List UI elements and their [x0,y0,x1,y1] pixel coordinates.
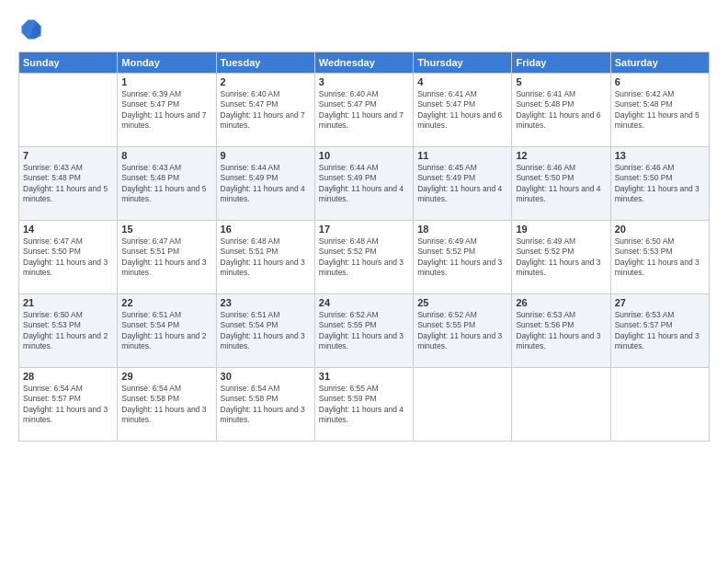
day-info: Sunrise: 6:45 AMSunset: 5:49 PMDaylight:… [417,163,507,205]
day-number: 6 [615,76,705,87]
calendar-cell: 1Sunrise: 6:39 AMSunset: 5:47 PMDaylight… [118,74,216,147]
calendar-cell: 11Sunrise: 6:45 AMSunset: 5:49 PMDayligh… [414,147,512,221]
calendar-header-friday: Friday [512,52,610,74]
day-number: 8 [121,150,211,161]
calendar-week-row: 7Sunrise: 6:43 AMSunset: 5:48 PMDaylight… [19,147,710,221]
day-number: 22 [121,297,211,308]
calendar-cell [610,368,709,442]
day-number: 17 [319,224,409,235]
day-number: 18 [417,224,507,235]
calendar-cell [512,368,610,442]
calendar-cell: 6Sunrise: 6:42 AMSunset: 5:48 PMDaylight… [610,74,709,147]
calendar-cell: 12Sunrise: 6:46 AMSunset: 5:50 PMDayligh… [512,147,610,221]
calendar-cell [414,368,512,442]
day-number: 29 [121,371,211,382]
day-number: 4 [417,76,507,87]
calendar-cell: 8Sunrise: 6:43 AMSunset: 5:48 PMDaylight… [118,147,216,221]
page: SundayMondayTuesdayWednesdayThursdayFrid… [0,0,728,563]
calendar-week-row: 28Sunrise: 6:54 AMSunset: 5:57 PMDayligh… [19,368,710,442]
calendar-cell: 22Sunrise: 6:51 AMSunset: 5:54 PMDayligh… [118,294,216,368]
day-number: 24 [319,297,409,308]
day-number: 19 [516,224,606,235]
day-info: Sunrise: 6:43 AMSunset: 5:48 PMDaylight:… [121,163,211,205]
calendar-cell: 7Sunrise: 6:43 AMSunset: 5:48 PMDaylight… [19,147,118,221]
calendar-header-thursday: Thursday [414,52,512,74]
day-info: Sunrise: 6:48 AMSunset: 5:51 PMDaylight:… [221,236,311,279]
day-info: Sunrise: 6:46 AMSunset: 5:50 PMDaylight:… [615,163,705,205]
calendar-cell: 27Sunrise: 6:53 AMSunset: 5:57 PMDayligh… [610,294,709,368]
day-info: Sunrise: 6:47 AMSunset: 5:50 PMDaylight:… [23,236,113,279]
calendar-week-row: 21Sunrise: 6:50 AMSunset: 5:53 PMDayligh… [19,294,710,368]
calendar-cell: 17Sunrise: 6:48 AMSunset: 5:52 PMDayligh… [314,221,413,294]
day-number: 3 [319,76,409,87]
calendar-week-row: 14Sunrise: 6:47 AMSunset: 5:50 PMDayligh… [19,221,710,294]
calendar-table: SundayMondayTuesdayWednesdayThursdayFrid… [18,52,710,442]
day-number: 13 [615,150,705,161]
calendar-cell: 5Sunrise: 6:41 AMSunset: 5:48 PMDaylight… [512,74,610,147]
calendar-cell: 28Sunrise: 6:54 AMSunset: 5:57 PMDayligh… [19,368,118,442]
day-info: Sunrise: 6:46 AMSunset: 5:50 PMDaylight:… [516,163,606,205]
day-info: Sunrise: 6:39 AMSunset: 5:47 PMDaylight:… [121,89,211,132]
day-info: Sunrise: 6:40 AMSunset: 5:47 PMDaylight:… [221,89,311,132]
calendar-header-wednesday: Wednesday [314,52,413,74]
day-info: Sunrise: 6:52 AMSunset: 5:55 PMDaylight:… [417,310,507,352]
day-info: Sunrise: 6:51 AMSunset: 5:54 PMDaylight:… [121,310,211,352]
calendar-cell: 21Sunrise: 6:50 AMSunset: 5:53 PMDayligh… [19,294,118,368]
day-number: 16 [221,224,311,235]
day-number: 25 [417,297,507,308]
day-info: Sunrise: 6:53 AMSunset: 5:57 PMDaylight:… [615,310,705,352]
day-number: 5 [516,76,606,87]
day-number: 26 [516,297,606,308]
day-number: 20 [615,224,705,235]
day-info: Sunrise: 6:52 AMSunset: 5:55 PMDaylight:… [319,310,409,352]
calendar-cell: 25Sunrise: 6:52 AMSunset: 5:55 PMDayligh… [414,294,512,368]
calendar-cell: 29Sunrise: 6:54 AMSunset: 5:58 PMDayligh… [118,368,216,442]
day-number: 31 [319,371,409,382]
logo-icon [18,17,44,42]
day-info: Sunrise: 6:41 AMSunset: 5:48 PMDaylight:… [516,89,606,132]
header [18,17,710,42]
day-info: Sunrise: 6:47 AMSunset: 5:51 PMDaylight:… [121,236,211,279]
calendar-cell: 15Sunrise: 6:47 AMSunset: 5:51 PMDayligh… [118,221,216,294]
calendar-cell: 2Sunrise: 6:40 AMSunset: 5:47 PMDaylight… [216,74,314,147]
day-number: 21 [23,297,113,308]
day-number: 1 [121,76,211,87]
calendar-cell [19,74,118,147]
day-info: Sunrise: 6:54 AMSunset: 5:57 PMDaylight:… [23,384,113,426]
day-info: Sunrise: 6:50 AMSunset: 5:53 PMDaylight:… [615,236,705,279]
calendar-cell: 16Sunrise: 6:48 AMSunset: 5:51 PMDayligh… [216,221,314,294]
calendar-header-monday: Monday [118,52,216,74]
day-info: Sunrise: 6:43 AMSunset: 5:48 PMDaylight:… [23,163,113,205]
day-number: 7 [23,150,113,161]
calendar-cell: 24Sunrise: 6:52 AMSunset: 5:55 PMDayligh… [314,294,413,368]
day-number: 15 [121,224,211,235]
day-number: 10 [319,150,409,161]
day-number: 12 [516,150,606,161]
day-info: Sunrise: 6:51 AMSunset: 5:54 PMDaylight:… [221,310,311,352]
day-info: Sunrise: 6:48 AMSunset: 5:52 PMDaylight:… [319,236,409,279]
day-number: 27 [615,297,705,308]
day-info: Sunrise: 6:50 AMSunset: 5:53 PMDaylight:… [23,310,113,352]
day-number: 9 [221,150,311,161]
calendar-cell: 19Sunrise: 6:49 AMSunset: 5:52 PMDayligh… [512,221,610,294]
calendar-cell: 30Sunrise: 6:54 AMSunset: 5:58 PMDayligh… [216,368,314,442]
calendar-cell: 4Sunrise: 6:41 AMSunset: 5:47 PMDaylight… [414,74,512,147]
day-info: Sunrise: 6:44 AMSunset: 5:49 PMDaylight:… [221,163,311,205]
calendar-cell: 14Sunrise: 6:47 AMSunset: 5:50 PMDayligh… [19,221,118,294]
day-info: Sunrise: 6:49 AMSunset: 5:52 PMDaylight:… [417,236,507,279]
calendar-header-row: SundayMondayTuesdayWednesdayThursdayFrid… [19,52,710,74]
day-info: Sunrise: 6:54 AMSunset: 5:58 PMDaylight:… [121,384,211,426]
logo [18,17,46,42]
day-info: Sunrise: 6:41 AMSunset: 5:47 PMDaylight:… [417,89,507,132]
day-info: Sunrise: 6:40 AMSunset: 5:47 PMDaylight:… [319,89,409,132]
day-info: Sunrise: 6:55 AMSunset: 5:59 PMDaylight:… [319,384,409,426]
day-number: 23 [221,297,311,308]
calendar-cell: 10Sunrise: 6:44 AMSunset: 5:49 PMDayligh… [314,147,413,221]
day-number: 11 [417,150,507,161]
day-number: 14 [23,224,113,235]
day-info: Sunrise: 6:49 AMSunset: 5:52 PMDaylight:… [516,236,606,279]
day-info: Sunrise: 6:44 AMSunset: 5:49 PMDaylight:… [319,163,409,205]
day-number: 28 [23,371,113,382]
calendar-header-saturday: Saturday [610,52,709,74]
day-number: 30 [221,371,311,382]
